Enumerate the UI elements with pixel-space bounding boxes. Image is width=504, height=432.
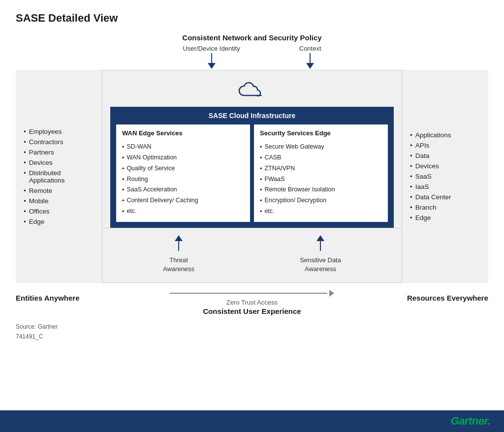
list-item: WAN Optimization [122, 153, 244, 163]
cloud-icon [237, 79, 267, 103]
list-item: Data Center [410, 192, 480, 202]
page-title: SASE Detailed View [16, 12, 488, 25]
list-item: Offices [24, 206, 94, 216]
right-sidebar: Applications APIs Data Devices SaaS IaaS… [402, 70, 488, 283]
list-item: Contractors [24, 137, 94, 147]
footer: Gartner. [0, 410, 504, 432]
list-item: Data [410, 151, 480, 161]
entities-label: Entities Anywhere [16, 294, 102, 302]
center-col: SASE Cloud Infrastructure WAN Edge Servi… [102, 70, 402, 283]
list-item: Routing [122, 174, 244, 185]
list-item: Encryption/ Decryption [260, 195, 382, 206]
list-item: Distributed Applications [24, 168, 94, 185]
list-item: Employees [24, 126, 94, 137]
sensitive-arrow-item: Sensitive DataAwareness [300, 235, 341, 274]
sensitive-label: Sensitive DataAwareness [300, 256, 341, 274]
list-item: Partners [24, 147, 94, 157]
list-item: etc. [122, 206, 244, 217]
source-text: Source: Gartner 741491_C [16, 322, 488, 341]
list-item: FWaaS [260, 174, 382, 185]
zero-trust-arrow-line [170, 290, 334, 297]
list-item: Mobile [24, 196, 94, 206]
wan-panel: WAN Edge Services SD-WAN WAN Optimizatio… [116, 124, 250, 222]
list-item: IaaS [410, 182, 480, 192]
consistent-label: Consistent User Experience [16, 307, 488, 315]
list-item: Content Delivery/ Caching [122, 195, 244, 206]
context-arrow: Context [299, 45, 321, 69]
entities-list: Employees Contractors Partners Devices D… [24, 126, 94, 227]
list-item: Devices [410, 161, 480, 171]
diagram-area: Consistent Network and Security Policy U… [16, 33, 488, 432]
list-item: Quality of Service [122, 163, 244, 174]
resources-label: Resources Everywhere [402, 294, 488, 302]
list-item: Edge [410, 213, 480, 223]
source-row: Source: Gartner 741491_C [16, 322, 488, 341]
sase-infrastructure-title: SASE Cloud Infrastructure [116, 112, 388, 120]
security-title: Security Services Edge [260, 129, 382, 138]
list-item: Devices [24, 157, 94, 168]
zero-trust-row: Entities Anywhere Zero Trust Access Reso… [16, 290, 488, 306]
gartner-logo: Gartner. [451, 415, 490, 428]
list-item: ZTNA/VPN [260, 163, 382, 174]
list-item: etc. [260, 206, 382, 217]
list-item: SaaS Acceleration [122, 185, 244, 195]
zt-line [170, 293, 327, 294]
user-device-arrow: User/Device Identity [183, 45, 240, 69]
threat-label: ThreatAwareness [163, 256, 194, 274]
list-item: SaaS [410, 171, 480, 182]
bottom-section: ThreatAwareness Sensitive DataAwareness [102, 228, 402, 283]
context-label: Context [299, 45, 321, 52]
user-device-label: User/Device Identity [183, 45, 240, 52]
security-list: Secure Web Gateway CASB ZTNA/VPN FWaaS R… [260, 142, 382, 217]
down-arrow-left [208, 53, 216, 69]
threat-arrow-item: ThreatAwareness [163, 235, 194, 274]
list-item: SD-WAN [122, 142, 244, 153]
wan-title: WAN Edge Services [122, 129, 244, 138]
up-arrow-threat [175, 235, 183, 251]
zero-trust-label: Zero Trust Access [226, 299, 278, 306]
zt-arrowhead [329, 290, 334, 297]
list-item: Edge [24, 216, 94, 227]
list-item: CASB [260, 153, 382, 163]
top-arrows-row: User/Device Identity Context [124, 45, 380, 69]
list-item: Branch [410, 202, 480, 213]
resources-list: Applications APIs Data Devices SaaS IaaS… [410, 130, 480, 223]
up-arrow-sensitive [316, 235, 324, 251]
three-col-layout: Employees Contractors Partners Devices D… [16, 70, 488, 283]
down-arrow-right [306, 53, 314, 69]
list-item: Secure Web Gateway [260, 142, 382, 153]
security-panel: Security Services Edge Secure Web Gatewa… [254, 124, 388, 222]
sase-infrastructure-box: SASE Cloud Infrastructure WAN Edge Servi… [110, 107, 394, 228]
list-item: APIs [410, 140, 480, 151]
main-container: SASE Detailed View Consistent Network an… [0, 0, 504, 432]
top-policy-label: Consistent Network and Security Policy [182, 33, 321, 42]
zero-trust-arrow-container: Zero Trust Access [102, 290, 402, 306]
wan-list: SD-WAN WAN Optimization Quality of Servi… [122, 142, 244, 217]
left-sidebar: Employees Contractors Partners Devices D… [16, 70, 102, 283]
sase-two-panels: WAN Edge Services SD-WAN WAN Optimizatio… [116, 124, 388, 222]
list-item: Remote [24, 185, 94, 196]
list-item: Applications [410, 130, 480, 140]
cloud-box: SASE Cloud Infrastructure WAN Edge Servi… [102, 70, 402, 228]
consistent-row: Consistent User Experience [16, 307, 488, 315]
list-item: Remote Browser Isolation [260, 185, 382, 195]
